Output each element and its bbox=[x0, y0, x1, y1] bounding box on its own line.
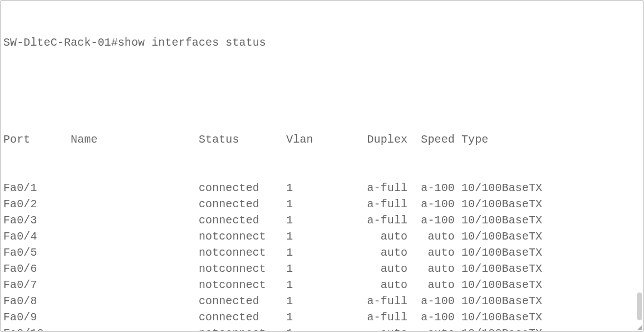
table-row: Fa0/1 connected 1 a-full a-100 10/100Bas… bbox=[3, 180, 641, 196]
table-row: Fa0/5 notconnect 1 auto auto 10/100BaseT… bbox=[3, 245, 641, 261]
table-header-row: Port Name Status Vlan Duplex Speed Type bbox=[3, 131, 641, 148]
table-row: Fa0/3 connected 1 a-full a-100 10/100Bas… bbox=[3, 212, 641, 228]
table-row: Fa0/10 notconnect 1 auto auto 10/100Base… bbox=[3, 325, 641, 331]
resize-handle-icon[interactable] bbox=[635, 323, 643, 331]
table-row: Fa0/6 notconnect 1 auto auto 10/100BaseT… bbox=[3, 261, 641, 277]
table-row: Fa0/2 connected 1 a-full a-100 10/100Bas… bbox=[3, 196, 641, 212]
command-prompt-line: SW-DlteC-Rack-01#show interfaces status bbox=[3, 35, 641, 51]
scrollbar-thumb[interactable] bbox=[637, 292, 642, 320]
scrollbar-track[interactable] bbox=[636, 2, 642, 330]
table-body: Fa0/1 connected 1 a-full a-100 10/100Bas… bbox=[3, 180, 641, 331]
table-row: Fa0/7 notconnect 1 auto auto 10/100BaseT… bbox=[3, 277, 641, 293]
terminal-window: SW-DlteC-Rack-01#show interfaces status … bbox=[1, 1, 643, 331]
table-row: Fa0/8 connected 1 a-full a-100 10/100Bas… bbox=[3, 293, 641, 309]
blank-line bbox=[3, 83, 641, 99]
terminal-output[interactable]: SW-DlteC-Rack-01#show interfaces status … bbox=[1, 1, 643, 331]
table-row: Fa0/9 connected 1 a-full a-100 10/100Bas… bbox=[3, 309, 641, 325]
table-row: Fa0/4 notconnect 1 auto auto 10/100BaseT… bbox=[3, 228, 641, 245]
